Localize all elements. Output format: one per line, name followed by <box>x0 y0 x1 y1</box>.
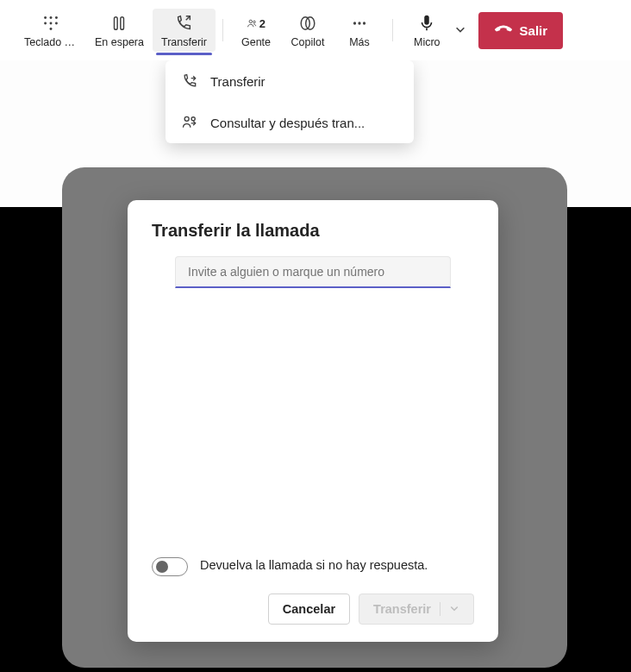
chevron-down-icon <box>449 602 459 616</box>
svg-point-10 <box>253 21 256 23</box>
ringback-label: Devuelva la llamada si no hay respuesta. <box>200 557 428 575</box>
ringback-row: Devuelva la llamada si no hay respuesta. <box>152 557 474 576</box>
hold-button[interactable]: En espera <box>86 9 153 52</box>
phone-transfer-icon <box>174 14 193 33</box>
pause-icon <box>109 14 128 33</box>
hold-label: En espera <box>95 36 144 48</box>
cancel-button[interactable]: Cancelar <box>268 593 350 625</box>
transfer-confirm-label: Transferir <box>373 602 431 616</box>
transfer-label: Transferir <box>161 36 207 48</box>
transfer-dropdown: Transferir Consultar y después tran... <box>166 60 414 143</box>
svg-rect-8 <box>121 17 124 30</box>
mic-button[interactable]: Micro <box>405 9 449 52</box>
more-label: Más <box>349 36 370 48</box>
more-icon <box>350 14 369 33</box>
mic-label: Micro <box>414 36 440 48</box>
dialpad-icon <box>41 14 60 33</box>
phone-hangup-icon <box>494 20 513 41</box>
svg-point-2 <box>55 16 58 19</box>
dropdown-transfer-label: Transferir <box>210 74 266 89</box>
dropdown-consult-transfer[interactable]: Consultar y después tran... <box>166 102 414 143</box>
svg-point-5 <box>55 22 58 25</box>
copilot-label: Copilot <box>291 36 325 48</box>
call-toolbar: Teclado de ... En espera Transferir 2 Ge… <box>0 0 631 60</box>
svg-point-9 <box>249 20 252 22</box>
svg-point-14 <box>358 22 360 24</box>
transfer-button[interactable]: Transferir <box>153 9 216 52</box>
svg-point-13 <box>353 22 356 24</box>
mic-group: Micro <box>405 9 468 52</box>
people-icon: 2 <box>247 14 266 33</box>
svg-point-16 <box>184 116 189 121</box>
people-label: Gente <box>241 36 271 48</box>
copilot-button[interactable]: Copilot <box>282 9 334 52</box>
dialog-button-row: Cancelar Transferir <box>152 593 474 625</box>
dropdown-transfer[interactable]: Transferir <box>166 60 414 102</box>
mic-chevron[interactable] <box>454 23 468 37</box>
leave-button[interactable]: Salir <box>478 12 564 49</box>
svg-point-15 <box>363 22 365 24</box>
keypad-button[interactable]: Teclado de ... <box>16 9 86 52</box>
svg-point-6 <box>50 28 53 30</box>
svg-point-1 <box>50 16 53 19</box>
toolbar-separator <box>392 19 393 41</box>
phone-forward-icon <box>181 72 198 90</box>
more-button[interactable]: Más <box>334 9 385 52</box>
dropdown-consult-label: Consultar y después tran... <box>210 116 365 130</box>
svg-point-4 <box>50 22 53 25</box>
svg-rect-7 <box>115 17 118 30</box>
people-count: 2 <box>259 17 266 30</box>
leave-label: Salir <box>520 23 548 38</box>
transfer-confirm-button[interactable]: Transferir <box>359 593 474 625</box>
dialog-footer: Devuelva la llamada si no hay respuesta.… <box>152 557 474 625</box>
keypad-label: Teclado de ... <box>24 36 78 48</box>
dialog-title: Transferir la llamada <box>152 221 474 241</box>
transfer-call-dialog: Transferir la llamada Devuelva la llamad… <box>128 200 498 642</box>
button-separator <box>440 602 440 616</box>
svg-point-0 <box>44 16 47 19</box>
copilot-icon <box>298 14 317 33</box>
svg-point-3 <box>44 22 47 25</box>
people-swap-icon <box>181 114 198 131</box>
people-button[interactable]: 2 Gente <box>230 9 282 52</box>
mic-icon <box>417 14 436 33</box>
svg-point-17 <box>191 117 195 121</box>
toolbar-separator <box>222 19 223 41</box>
ringback-toggle[interactable] <box>152 557 188 576</box>
invite-input[interactable] <box>175 256 451 288</box>
